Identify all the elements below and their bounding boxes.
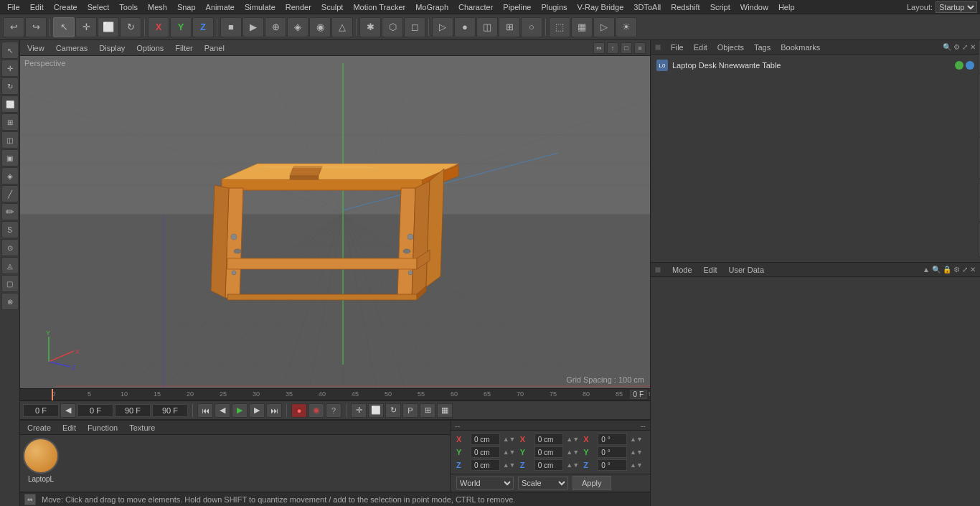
select-tool-button[interactable]: ↖ <box>53 17 75 37</box>
timeline[interactable]: 0 5 10 15 20 25 30 35 40 45 50 55 60 65 <box>20 388 650 401</box>
obj-toolbar-file[interactable]: File <box>668 42 687 52</box>
vp-menu-panel[interactable]: Panel <box>202 42 227 54</box>
snap-button-2[interactable]: ⬡ <box>382 17 403 37</box>
move-tool-button[interactable]: ✛ <box>75 17 97 37</box>
coord-x-size-input[interactable] <box>534 434 564 445</box>
record-button[interactable]: ● <box>291 403 307 418</box>
view-tool-2[interactable]: ▦ <box>571 17 593 37</box>
vp-menu-options[interactable]: Options <box>133 42 166 54</box>
menu-help[interactable]: Help <box>774 2 799 12</box>
undo-button[interactable]: ↩ <box>3 17 24 37</box>
end-frame-input-b[interactable] <box>152 404 188 417</box>
object-tool-4[interactable]: ◈ <box>287 17 308 37</box>
vp-ctrl-4[interactable]: ≡ <box>634 42 646 54</box>
transform-tool-5[interactable]: ⊞ <box>420 403 435 418</box>
render-1-button[interactable]: ▷ <box>432 17 453 37</box>
obj-toolbar-bookmarks[interactable]: Bookmarks <box>778 42 823 52</box>
attr-settings-icon[interactable]: ⚙ <box>953 266 960 273</box>
snap-button-3[interactable]: ◻ <box>404 17 425 37</box>
transport-prev-btn[interactable]: ◀ <box>60 403 76 418</box>
transform-tool-1[interactable]: ✛ <box>351 403 367 418</box>
vp-ctrl-3[interactable]: □ <box>621 42 632 54</box>
menu-edit[interactable]: Edit <box>26 2 48 12</box>
mat-function[interactable]: Function <box>85 423 121 433</box>
vp-menu-filter[interactable]: Filter <box>172 42 195 54</box>
start-frame-input[interactable] <box>23 404 59 417</box>
current-frame-input[interactable] <box>77 404 113 417</box>
menu-snap[interactable]: Snap <box>173 2 200 12</box>
menu-motion-tracker[interactable]: Motion Tracker <box>349 2 410 12</box>
menu-3dtoall[interactable]: 3DToAll <box>629 2 665 12</box>
obj-toolbar-tags[interactable]: Tags <box>751 42 773 52</box>
apply-button[interactable]: Apply <box>573 476 611 490</box>
vp-menu-cameras[interactable]: Cameras <box>53 42 91 54</box>
render-4-button[interactable]: ⊞ <box>499 17 520 37</box>
menu-sculpt[interactable]: Sculpt <box>317 2 348 12</box>
obj-close-icon[interactable]: ✕ <box>970 43 976 51</box>
tool-measure[interactable]: S <box>1 221 19 238</box>
attr-edit[interactable]: Edit <box>701 265 720 275</box>
menu-redshift[interactable]: Redshift <box>666 2 704 12</box>
render-2-button[interactable]: ● <box>454 17 476 37</box>
frame-counter[interactable]: 0 F <box>630 390 647 399</box>
axis-x-button[interactable]: X <box>148 17 169 37</box>
coord-y-pos-input[interactable] <box>471 446 500 458</box>
3d-viewport[interactable]: X Y Z Perspective Grid Spacing : 100 cm <box>20 56 650 388</box>
obj-search-icon[interactable]: 🔍 <box>943 43 951 51</box>
render-view-button[interactable]: △ <box>331 17 353 37</box>
snap-button-1[interactable]: ✱ <box>359 17 381 37</box>
mat-edit[interactable]: Edit <box>60 423 79 433</box>
coord-system-dropdown[interactable]: World <box>456 477 514 489</box>
tool-magnet[interactable]: ⊙ <box>1 239 19 256</box>
transform-tool-2[interactable]: ⬜ <box>368 403 384 418</box>
rotate-tool-button[interactable]: ↻ <box>120 17 141 37</box>
mat-texture[interactable]: Texture <box>126 423 158 433</box>
transform-mode-dropdown[interactable]: Scale <box>518 477 568 489</box>
tool-modeling-2[interactable]: ◈ <box>1 167 19 184</box>
coord-z-rot-input[interactable] <box>598 459 627 471</box>
attr-up-icon[interactable]: ▲ <box>923 266 930 273</box>
coord-y-rot-input[interactable] <box>598 446 627 458</box>
object-tool-3[interactable]: ⊕ <box>265 17 286 37</box>
menu-simulate[interactable]: Simulate <box>240 2 280 12</box>
vp-menu-display[interactable]: Display <box>96 42 128 54</box>
tool-transform[interactable]: ⊞ <box>1 113 19 131</box>
go-to-end-button[interactable]: ⏭ <box>266 403 282 418</box>
tool-workplane[interactable]: ◫ <box>1 131 19 149</box>
go-to-start-button[interactable]: ⏮ <box>197 403 213 418</box>
menu-tools[interactable]: Tools <box>115 2 142 12</box>
material-swatch[interactable] <box>23 438 59 474</box>
vp-ctrl-2[interactable]: ↑ <box>607 42 618 54</box>
attr-lock-icon[interactable]: 🔒 <box>943 266 951 273</box>
menu-mograph[interactable]: MoGraph <box>411 2 453 12</box>
object-dot-blue[interactable] <box>966 61 974 70</box>
axis-z-button[interactable]: Z <box>192 17 214 37</box>
menu-render[interactable]: Render <box>281 2 316 12</box>
tool-live-selection[interactable]: ↖ <box>1 42 19 59</box>
prev-frame-button[interactable]: ◀ <box>215 403 230 418</box>
tool-edge[interactable]: ╱ <box>1 185 19 202</box>
attr-expand-icon[interactable]: ⤢ <box>962 266 968 273</box>
object-item-table[interactable]: L0 Laptop Desk Nnewwante Table <box>654 57 977 73</box>
vp-menu-view[interactable]: View <box>24 42 47 54</box>
object-tool-1[interactable]: ■ <box>220 17 242 37</box>
play-button[interactable]: ▶ <box>232 403 248 418</box>
redo-button[interactable]: ↪ <box>25 17 47 37</box>
menu-file[interactable]: File <box>3 2 24 12</box>
layout-selector[interactable]: Layout: Startup <box>907 1 977 13</box>
view-tool-3[interactable]: ▷ <box>593 17 615 37</box>
coord-z-size-input[interactable] <box>534 459 564 471</box>
menu-script[interactable]: Script <box>706 2 735 12</box>
tool-brush[interactable]: ⊗ <box>1 293 19 310</box>
view-tool-1[interactable]: ⬚ <box>549 17 570 37</box>
tool-scale[interactable]: ⬜ <box>1 95 19 113</box>
tool-paint[interactable]: ✏ <box>1 203 19 220</box>
obj-toolbar-objects[interactable]: Objects <box>715 42 747 52</box>
mat-create[interactable]: Create <box>24 423 54 433</box>
coord-x-pos-input[interactable] <box>471 434 500 445</box>
menu-animate[interactable]: Animate <box>202 2 239 12</box>
obj-expand-icon[interactable]: ⤢ <box>962 43 968 51</box>
transform-tool-6[interactable]: ▦ <box>437 403 453 418</box>
menu-mesh[interactable]: Mesh <box>143 2 171 12</box>
object-dot-green[interactable] <box>955 61 963 70</box>
